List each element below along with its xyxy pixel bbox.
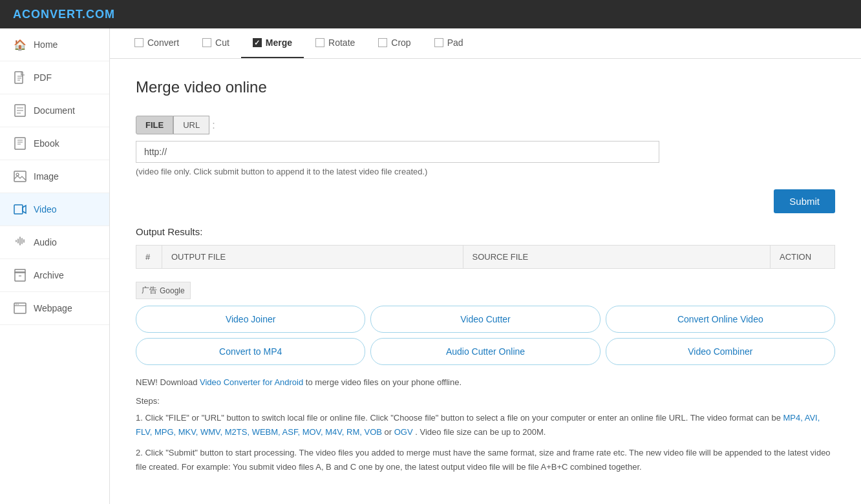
submit-row: Submit [136, 189, 835, 213]
content-area: Merge video online FILE URL : (video fil… [110, 59, 861, 500]
step2-text: 2. Click "Submit" button to start proces… [136, 446, 835, 474]
results-table: # OUTPUT FILE SOURCE FILE ACTION [136, 245, 835, 269]
header: ACONVERT.COM [0, 0, 861, 28]
ogv-link[interactable]: OGV [394, 427, 413, 437]
sidebar-item-webpage[interactable]: Webpage [0, 292, 109, 325]
convert-checkbox [134, 38, 144, 47]
ad-banner: 广告 Google [136, 282, 191, 299]
tab-merge[interactable]: ✓ Merge [241, 28, 304, 58]
sidebar-label-ebook: Ebook [34, 138, 59, 149]
sidebar-item-home[interactable]: 🏠 Home [0, 28, 109, 61]
sidebar-label-webpage: Webpage [34, 303, 72, 313]
svg-point-10 [17, 304, 19, 305]
archive-icon [13, 268, 27, 282]
document-icon [13, 103, 27, 118]
ad-icon: 广告 [142, 285, 157, 296]
file-toggle-btn[interactable]: FILE [136, 116, 173, 134]
tab-pad[interactable]: Pad [423, 28, 475, 58]
sidebar-label-pdf: PDF [34, 72, 52, 83]
app-layout: 🏠 Home PDF Document Ebook Image [0, 28, 861, 504]
sidebar-label-video: Video [34, 204, 57, 215]
pdf-icon [13, 70, 27, 85]
col-header-output: OUTPUT FILE [162, 246, 463, 269]
tool-btn-convert-mp4[interactable]: Convert to MP4 [136, 338, 365, 365]
file-url-toggle: FILE URL : [136, 116, 835, 134]
tool-btn-video-combiner[interactable]: Video Combiner [606, 338, 835, 365]
svg-point-9 [16, 304, 17, 305]
sidebar: 🏠 Home PDF Document Ebook Image [0, 28, 110, 504]
sidebar-item-document[interactable]: Document [0, 94, 109, 127]
tool-btn-video-cutter[interactable]: Video Cutter [370, 306, 600, 333]
rotate-checkbox [315, 38, 324, 47]
download-desc: NEW! Download Video Converter for Androi… [136, 375, 835, 390]
download-text: Download [160, 377, 198, 387]
sidebar-item-ebook[interactable]: Ebook [0, 127, 109, 160]
col-header-number: # [136, 246, 162, 269]
tab-cut[interactable]: Cut [191, 28, 241, 58]
audio-icon [13, 235, 27, 249]
svg-rect-2 [15, 138, 25, 149]
output-title: Output Results: [136, 226, 835, 237]
input-hint: (video file only. Click submit button to… [136, 167, 835, 176]
input-section: FILE URL : (video file only. Click submi… [136, 116, 835, 176]
tab-convert[interactable]: Convert [123, 28, 191, 58]
merge-checkbox: ✓ [253, 38, 262, 47]
svg-rect-6 [15, 272, 25, 281]
svg-rect-3 [14, 171, 26, 182]
merge-offline-text: to merge video files on your phone offli… [306, 377, 462, 387]
logo: ACONVERT.COM [13, 8, 115, 21]
new-label: NEW! [136, 377, 158, 387]
android-link[interactable]: Video Converter for Android [200, 377, 303, 387]
ebook-icon [13, 136, 27, 151]
sidebar-item-archive[interactable]: Archive [0, 259, 109, 292]
sidebar-label-audio: Audio [34, 237, 57, 247]
tool-btn-video-joiner[interactable]: Video Joiner [136, 306, 365, 333]
sidebar-label-document: Document [34, 105, 75, 116]
svg-rect-5 [14, 205, 23, 214]
cut-checkbox [202, 38, 211, 47]
main-content: Convert Cut ✓ Merge Rotate Crop Pad [110, 28, 861, 504]
url-toggle-btn[interactable]: URL [173, 116, 209, 134]
video-icon [13, 202, 27, 216]
sidebar-item-pdf[interactable]: PDF [0, 61, 109, 94]
image-icon [13, 169, 27, 184]
url-input[interactable] [136, 141, 659, 163]
steps-title: Steps: [136, 396, 835, 406]
page-title: Merge video online [136, 78, 835, 96]
tool-btn-audio-cutter[interactable]: Audio Cutter Online [370, 338, 600, 365]
svg-rect-7 [15, 269, 25, 273]
sidebar-item-video[interactable]: Video [0, 193, 109, 226]
webpage-icon [13, 301, 27, 315]
tool-buttons-grid: Video Joiner Video Cutter Convert Online… [136, 306, 835, 365]
step1-text: 1. Click "FILE" or "URL" button to switc… [136, 411, 835, 439]
submit-button[interactable]: Submit [774, 189, 835, 213]
col-header-source: SOURCE FILE [463, 246, 770, 269]
sidebar-label-image: Image [34, 171, 59, 182]
tab-bar: Convert Cut ✓ Merge Rotate Crop Pad [110, 28, 861, 59]
sidebar-item-image[interactable]: Image [0, 160, 109, 193]
tab-crop[interactable]: Crop [367, 28, 422, 58]
sidebar-label-home: Home [34, 39, 58, 50]
tool-btn-convert-online-video[interactable]: Convert Online Video [606, 306, 835, 333]
crop-checkbox [378, 38, 387, 47]
toggle-divider: : [209, 120, 217, 131]
sidebar-item-audio[interactable]: Audio [0, 226, 109, 259]
ad-label: Google [160, 286, 185, 295]
output-results-section: Output Results: # OUTPUT FILE SOURCE FIL… [136, 226, 835, 269]
home-icon: 🏠 [13, 37, 27, 52]
sidebar-label-archive: Archive [34, 270, 64, 280]
tab-rotate[interactable]: Rotate [304, 28, 367, 58]
pad-checkbox [434, 38, 443, 47]
col-header-action: ACTION [771, 246, 835, 269]
